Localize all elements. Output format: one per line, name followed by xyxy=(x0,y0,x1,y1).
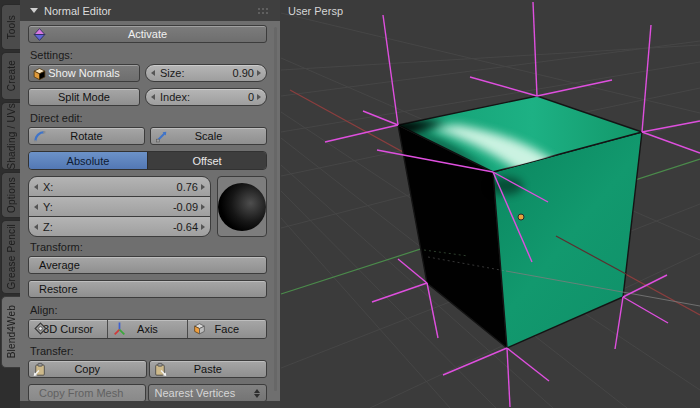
transfer-mode-value: Nearest Vertices xyxy=(155,387,236,399)
absolute-toggle[interactable]: Absolute xyxy=(29,152,147,169)
3d-viewport[interactable]: User Persp xyxy=(280,0,700,408)
tool-shelf-tabstrip: Tools Create Shading / UVs Options Greas… xyxy=(0,0,20,408)
increment-arrow-icon[interactable] xyxy=(257,94,261,100)
increment-arrow-icon[interactable] xyxy=(201,204,205,210)
tab-create[interactable]: Create xyxy=(1,52,20,100)
rotate-label: Rotate xyxy=(70,130,102,142)
x-field[interactable]: X: 0.76 xyxy=(29,177,210,196)
show-normals-label: Show Normals xyxy=(48,67,120,79)
panel-title: Normal Editor xyxy=(44,5,111,17)
paste-clipboard-icon xyxy=(153,362,168,379)
size-field[interactable]: Size: 0.90 xyxy=(145,64,267,82)
align-button-group: 3D Cursor Axis Face xyxy=(28,319,267,339)
show-normals-button[interactable]: Show Normals xyxy=(28,64,140,82)
blender-window: Tools Create Shading / UVs Options Greas… xyxy=(0,0,700,408)
copy-from-mesh-label: Copy From Mesh xyxy=(39,387,123,399)
mode-segment: Absolute Offset xyxy=(28,151,267,170)
paste-button[interactable]: Paste xyxy=(149,360,268,378)
align-axis-button[interactable]: Axis xyxy=(107,320,186,338)
direct-edit-label: Direct edit: xyxy=(30,112,265,124)
index-value: 0 xyxy=(248,91,254,103)
panel-drag-dots[interactable] xyxy=(257,7,270,14)
activate-button[interactable]: Activate xyxy=(28,25,267,43)
panel-collapse-triangle[interactable] xyxy=(30,8,38,13)
panel-header[interactable]: Normal Editor xyxy=(20,0,280,21)
activate-gem-icon xyxy=(32,27,47,44)
tab-options[interactable]: Options xyxy=(1,172,20,218)
panel-body: Activate Settings: Show Normals Size: 0.… xyxy=(20,21,280,401)
decrement-arrow-icon[interactable] xyxy=(151,94,155,100)
3d-cursor-icon xyxy=(33,321,48,338)
transfer-mode-dropdown[interactable]: Nearest Vertices xyxy=(148,384,268,402)
average-button[interactable]: Average xyxy=(28,256,267,274)
tab-tools[interactable]: Tools xyxy=(1,4,20,50)
tab-grease-pencil[interactable]: Grease Pencil xyxy=(1,220,20,294)
absolute-label: Absolute xyxy=(67,155,110,167)
copy-label: Copy xyxy=(74,363,100,375)
restore-label: Restore xyxy=(39,283,78,295)
rotate-button[interactable]: Rotate xyxy=(28,127,145,145)
normal-vector-group: X: 0.76 Y: -0.09 Z: -0.64 xyxy=(28,176,211,237)
index-field[interactable]: Index: 0 xyxy=(145,88,267,106)
size-value: 0.90 xyxy=(233,67,254,79)
tab-label: Blend4Web xyxy=(6,305,17,358)
z-label: Z: xyxy=(43,221,53,233)
split-mode-label: Split Mode xyxy=(58,91,110,103)
tab-label: Tools xyxy=(6,15,17,39)
align-3d-cursor-button[interactable]: 3D Cursor xyxy=(29,320,107,338)
rotate-arc-icon xyxy=(32,129,47,146)
align-face-label: Face xyxy=(215,323,239,335)
restore-button[interactable]: Restore xyxy=(28,280,267,298)
index-label: Index: xyxy=(160,91,190,103)
align-3d-cursor-label: 3D Cursor xyxy=(43,323,93,335)
size-label: Size: xyxy=(160,67,184,79)
y-value: -0.09 xyxy=(173,201,198,213)
transfer-label: Transfer: xyxy=(30,345,265,357)
settings-label: Settings: xyxy=(30,49,265,61)
decrement-arrow-icon[interactable] xyxy=(34,184,38,190)
tab-label: Options xyxy=(6,177,17,213)
decrement-arrow-icon[interactable] xyxy=(34,204,38,210)
increment-arrow-icon[interactable] xyxy=(201,184,205,190)
tab-label: Grease Pencil xyxy=(6,224,17,289)
copy-clipboard-icon xyxy=(32,362,47,379)
dropdown-stepper-icon[interactable] xyxy=(254,389,260,398)
scale-label: Scale xyxy=(195,130,223,142)
tab-blend4web[interactable]: Blend4Web xyxy=(1,296,20,368)
normal-editor-panel: Normal Editor Activate Settings: Sh xyxy=(20,0,280,408)
scale-arrow-icon xyxy=(154,129,169,146)
align-face-button[interactable]: Face xyxy=(187,320,266,338)
z-value: -0.64 xyxy=(173,221,198,233)
panel-footer xyxy=(20,401,280,408)
tab-label: Create xyxy=(6,60,17,91)
increment-arrow-icon[interactable] xyxy=(201,224,205,230)
z-field[interactable]: Z: -0.64 xyxy=(29,217,210,236)
split-mode-button[interactable]: Split Mode xyxy=(28,88,140,106)
offset-label: Offset xyxy=(192,155,221,167)
transform-label: Transform: xyxy=(30,241,265,253)
view-perspective-label: User Persp xyxy=(288,5,343,17)
direction-sphere[interactable] xyxy=(218,183,266,231)
align-label: Align: xyxy=(30,304,265,316)
scale-button[interactable]: Scale xyxy=(150,127,267,145)
average-label: Average xyxy=(39,259,80,271)
tab-label: Shading / UVs xyxy=(6,103,17,170)
viewport-scene xyxy=(280,0,700,408)
offset-toggle[interactable]: Offset xyxy=(147,152,266,169)
x-label: X: xyxy=(43,181,53,193)
normal-direction-sphere-widget[interactable] xyxy=(217,176,267,237)
tab-shading-uvs[interactable]: Shading / UVs xyxy=(1,102,20,170)
decrement-arrow-icon[interactable] xyxy=(34,224,38,230)
y-field[interactable]: Y: -0.09 xyxy=(29,197,210,216)
show-normals-cube-icon xyxy=(32,66,47,83)
copy-from-mesh-button[interactable]: Copy From Mesh xyxy=(28,384,146,402)
decrement-arrow-icon[interactable] xyxy=(151,70,155,76)
copy-button[interactable]: Copy xyxy=(28,360,147,378)
activate-label: Activate xyxy=(128,28,167,40)
object-origin-dot[interactable] xyxy=(518,214,524,220)
align-axis-label: Axis xyxy=(137,323,158,335)
increment-arrow-icon[interactable] xyxy=(257,70,261,76)
x-value: 0.76 xyxy=(177,181,198,193)
face-cube-icon xyxy=(192,321,207,338)
y-label: Y: xyxy=(43,201,53,213)
